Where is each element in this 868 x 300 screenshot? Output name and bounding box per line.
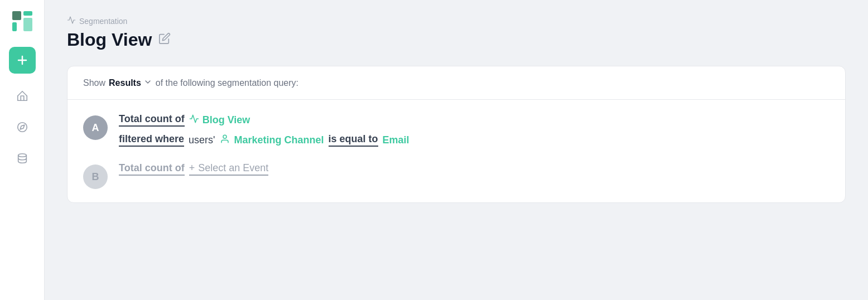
query-row-a: A Total count of Blog View [83, 113, 830, 147]
select-event-label: Select an Event [198, 162, 268, 174]
results-dropdown[interactable]: Results [109, 78, 152, 88]
query-a-line-1: Total count of Blog View [119, 113, 409, 127]
person-icon [220, 134, 230, 146]
event-name: Blog View [202, 114, 250, 126]
query-b-content: Total count of + Select an Event [119, 162, 268, 176]
badge-a: A [83, 115, 108, 140]
breadcrumb-icon [67, 16, 76, 26]
query-a-line-2: filtered where users' Marketing Channel … [119, 133, 409, 147]
page-title-row: Blog View [67, 30, 846, 50]
filtered-where-label: filtered where [119, 133, 184, 147]
svg-rect-3 [23, 18, 32, 31]
svg-rect-1 [23, 11, 32, 16]
property-name: Marketing Channel [234, 134, 324, 146]
nav-database-icon[interactable] [9, 145, 36, 172]
query-description: of the following segmentation query: [156, 78, 298, 88]
app-logo [10, 9, 35, 33]
chevron-down-icon [143, 78, 152, 88]
query-a-content: Total count of Blog View filtere [119, 113, 409, 147]
property-link[interactable]: Marketing Channel [234, 134, 324, 146]
segmentation-card: Show Results of the following segmentati… [67, 66, 846, 203]
badge-b: B [83, 164, 108, 189]
query-b-line-1: Total count of + Select an Event [119, 162, 268, 176]
total-count-a-label: Total count of [119, 113, 185, 127]
plus-icon: + [189, 162, 195, 174]
edit-icon[interactable] [158, 32, 171, 47]
card-header: Show Results of the following segmentati… [67, 66, 845, 100]
is-equal-to-label: is equal to [329, 133, 378, 147]
event-wave-icon [189, 114, 199, 126]
nav-compass-icon[interactable] [9, 114, 36, 141]
users-label: users' [189, 134, 215, 146]
blog-view-event-link[interactable]: Blog View [189, 114, 250, 126]
svg-point-9 [223, 135, 226, 138]
filter-value[interactable]: Email [383, 134, 409, 146]
results-label: Results [109, 78, 141, 88]
add-button[interactable] [9, 47, 36, 74]
select-event-link[interactable]: + Select an Event [189, 162, 269, 176]
svg-marker-7 [20, 125, 25, 129]
query-row-b: B Total count of + Select an Event [83, 162, 830, 189]
svg-rect-0 [12, 11, 21, 20]
svg-point-6 [17, 123, 27, 132]
main-content: Segmentation Blog View Show Results o [45, 0, 868, 300]
total-count-b-label: Total count of [119, 162, 185, 176]
breadcrumb-label: Segmentation [79, 17, 127, 26]
query-body: A Total count of Blog View [67, 100, 845, 202]
show-label: Show [83, 78, 105, 88]
sidebar [0, 0, 45, 300]
svg-point-8 [18, 154, 26, 157]
page-title: Blog View [67, 30, 152, 50]
nav-home-icon[interactable] [9, 83, 36, 109]
svg-rect-2 [12, 22, 17, 31]
breadcrumb: Segmentation [67, 16, 846, 26]
